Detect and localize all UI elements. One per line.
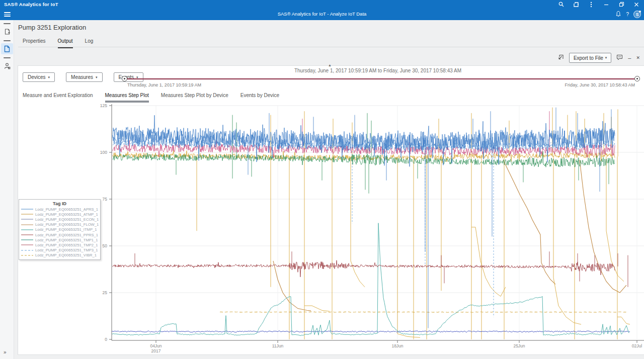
export-to-file-button[interactable]: Export to File ▾ — [569, 53, 611, 63]
legend-label: Lodz_PUMP_EQ00653251_ATMP_1 — [35, 212, 98, 217]
sidebar-icon-data[interactable] — [0, 26, 14, 37]
legend-label: Lodz_PUMP_EQ00653251_ECON_1 — [35, 217, 99, 222]
slider-end-label: Friday, June 30, 2017 10:58:43 AM — [565, 82, 635, 87]
legend-label: Lodz_PUMP_EQ00653251_VIBR_1 — [35, 253, 97, 257]
notification-dot — [639, 11, 641, 13]
legend-label: Lodz_PUMP_EQ00653251_FLOW_1 — [35, 222, 99, 227]
nav-divider — [4, 23, 11, 24]
subtab-measure-and-event-exploration[interactable]: Measure and Event Exploration — [23, 93, 93, 103]
legend-label: Lodz_PUMP_EQ00653251_APRS_1 — [35, 207, 98, 212]
slider-start-label: Thursday, June 1, 2017 10:59:19 AM — [127, 82, 201, 87]
expand-rail-chevron[interactable]: » — [4, 349, 7, 355]
time-slider-start-handle[interactable] — [122, 76, 127, 81]
avatar-initial: S — [636, 12, 639, 17]
legend-item: Lodz_PUMP_EQ00653251_TMP2_1 — [21, 242, 98, 247]
page-title: Pump 3251 Exploration — [18, 24, 86, 31]
export-label: Export to File — [574, 55, 603, 61]
legend-label: Lodz_PUMP_EQ00653251_TMP2_1 — [35, 243, 98, 247]
sidebar-icon-users[interactable] — [0, 60, 14, 71]
search-icon[interactable] — [553, 0, 569, 9]
notifications-icon[interactable] — [615, 10, 621, 19]
chevron-down-icon: ▾ — [48, 75, 50, 79]
output-panel — [18, 65, 644, 355]
minimize-panel-icon[interactable]: – — [628, 55, 631, 61]
legend-line-swatch — [21, 243, 33, 246]
help-icon[interactable]: ? — [626, 12, 629, 17]
legend-item: Lodz_PUMP_EQ00653251_FLOW_1 — [21, 222, 98, 227]
subtab-events-by-device[interactable]: Events by Device — [240, 93, 279, 103]
legend-label: Lodz_PUMP_EQ00653251_PPRS_1 — [35, 233, 98, 237]
legend-label: Lodz_PUMP_EQ00653251_ITMP_1 — [35, 227, 97, 232]
filter-events-dropdown[interactable]: Events▾ — [114, 72, 143, 82]
more-options-icon[interactable] — [584, 0, 599, 9]
legend-label: Lodz_PUMP_EQ00653251_TMP1_1 — [35, 238, 98, 242]
sidebar-icon-reports-selected[interactable] — [1, 43, 13, 54]
legend-line-swatch — [21, 254, 33, 257]
nav-divider — [4, 57, 11, 58]
exploration-subtabs: Measure and Event ExplorationMeasures St… — [23, 93, 279, 103]
legend-label: Lodz_PUMP_EQ00653251_TMP3_1 — [35, 248, 98, 252]
chevron-down-icon: ▾ — [96, 75, 98, 79]
legend-item: Lodz_PUMP_EQ00653251_ITMP_1 — [21, 227, 98, 232]
application-window: SAS® Analytics for IoT SAS® Analytics fo… — [0, 0, 644, 359]
legend-item: Lodz_PUMP_EQ00653251_ATMP_1 — [21, 212, 98, 217]
filter-measures-dropdown[interactable]: Measures▾ — [66, 72, 102, 82]
legend-item: Lodz_PUMP_EQ00653251_APRS_1 — [21, 207, 98, 212]
legend-title: Tag ID — [21, 201, 98, 206]
legend-item: Lodz_PUMP_EQ00653251_VIBR_1 — [21, 253, 98, 258]
time-range-label: Thursday, June 1, 2017 10:59:19 AM to Fr… — [112, 68, 644, 73]
window-minimize-icon[interactable] — [599, 0, 614, 9]
pop-out-icon[interactable] — [557, 53, 564, 62]
close-panel-icon[interactable]: ✕ — [636, 55, 640, 60]
legend-line-swatch — [21, 238, 33, 241]
output-toolbar: Export to File ▾ – ✕ — [557, 52, 640, 63]
legend-item: Lodz_PUMP_EQ00653251_PPRS_1 — [21, 232, 98, 237]
window-title: SAS® Analytics for IoT — [4, 2, 58, 7]
legend-line-swatch — [21, 233, 33, 236]
legend-item: Lodz_PUMP_EQ00653251_TMP3_1 — [21, 248, 98, 253]
filter-label: Measures — [71, 74, 93, 80]
window-close-icon[interactable] — [629, 0, 644, 9]
side-nav-rail: » — [0, 20, 14, 359]
filter-label: Devices — [28, 74, 46, 80]
app-bar: SAS® Analytics for IoT - Analyze IoT Dat… — [0, 9, 644, 20]
app-switcher-icon[interactable] — [569, 0, 584, 9]
legend-line-swatch — [21, 228, 33, 231]
filter-devices-dropdown[interactable]: Devices▾ — [23, 72, 55, 82]
app-bar-title: SAS® Analytics for IoT - Analyze IoT Dat… — [0, 11, 644, 17]
time-slider-end-handle[interactable] — [634, 76, 640, 81]
chart-legend: Tag ID Lodz_PUMP_EQ00653251_APRS_1Lodz_P… — [19, 199, 101, 260]
legend-item: Lodz_PUMP_EQ00653251_TMP1_1 — [21, 237, 98, 242]
time-slider-track[interactable] — [126, 78, 635, 79]
legend-line-swatch — [21, 218, 33, 221]
window-restore-icon[interactable] — [614, 0, 629, 9]
subtab-measures-step-plot-by-device[interactable]: Measures Step Plot by Device — [161, 93, 228, 103]
legend-line-swatch — [21, 208, 33, 211]
tabs-divider — [18, 47, 644, 47]
legend-line-swatch — [21, 249, 33, 252]
window-title-bar: SAS® Analytics for IoT — [0, 0, 644, 9]
chevron-down-icon: ▾ — [605, 56, 607, 60]
legend-line-swatch — [21, 223, 33, 226]
subtab-measures-step-plot[interactable]: Measures Step Plot — [105, 93, 149, 103]
legend-line-swatch — [21, 213, 33, 216]
legend-item: Lodz_PUMP_EQ00653251_ECON_1 — [21, 217, 98, 222]
nav-divider — [4, 40, 11, 41]
slider-thumb-indicator: ▲ — [328, 63, 332, 67]
user-avatar[interactable]: S — [633, 11, 641, 18]
comments-icon[interactable] — [616, 53, 623, 62]
